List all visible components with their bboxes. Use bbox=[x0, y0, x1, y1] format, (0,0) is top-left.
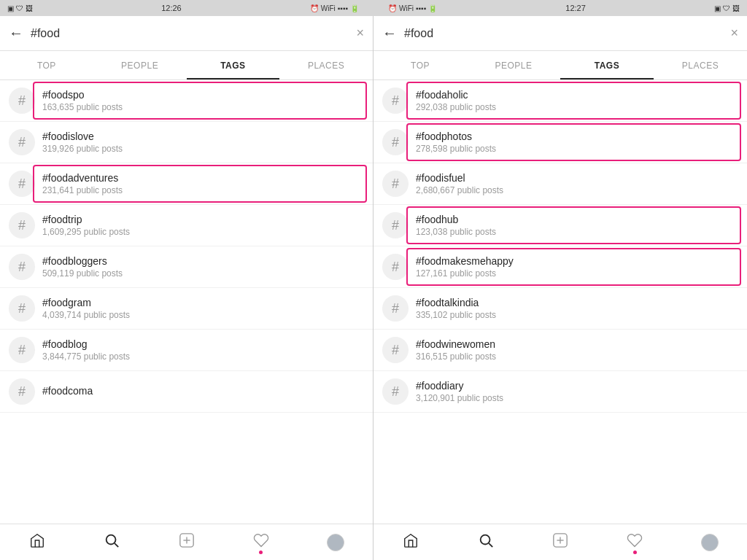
right-tag-count-foodtalkindia: 335,102 public posts bbox=[416, 310, 738, 320]
right-hash-icon-foodphotos: # bbox=[382, 129, 409, 155]
right-nav-profile[interactable] bbox=[673, 524, 747, 560]
left-search-icon bbox=[104, 532, 120, 553]
left-hash-icon-foodgram: # bbox=[9, 295, 35, 322]
left-phone: ← #food × TOP PEOPLE TAGS PLACES # bbox=[0, 16, 374, 560]
right-tag-count-foodhub: 123,038 public posts bbox=[416, 227, 738, 237]
right-hash-icon-fooddiary: # bbox=[382, 378, 409, 405]
left-time: 12:26 bbox=[161, 4, 182, 12]
right-search-bar: ← #food × bbox=[374, 16, 747, 51]
svg-point-5 bbox=[480, 534, 489, 544]
right-nav-home[interactable] bbox=[374, 524, 448, 560]
phones-container: ← #food × TOP PEOPLE TAGS PLACES # bbox=[0, 16, 747, 560]
left-tag-list: # #foodspo 163,635 public posts # #foodi… bbox=[0, 80, 373, 524]
right-tab-people[interactable]: PEOPLE bbox=[467, 51, 560, 79]
right-tag-name-foodaholic: #foodaholic bbox=[416, 89, 738, 101]
right-tab-places[interactable]: PLACES bbox=[654, 51, 747, 79]
left-tag-info-foodadventures: #foodadventures 231,641 public posts bbox=[42, 172, 364, 195]
right-nav-add[interactable] bbox=[523, 524, 597, 560]
right-tag-count-foodmakesmehappy: 127,161 public posts bbox=[416, 268, 738, 279]
right-tag-name-foodisfuel: #foodisfuel bbox=[416, 172, 738, 184]
left-bottom-nav bbox=[0, 524, 373, 560]
right-nav-search[interactable] bbox=[448, 524, 522, 560]
left-tag-item-foodblog[interactable]: # #foodblog 3,844,775 public posts bbox=[0, 330, 373, 371]
svg-line-1 bbox=[115, 543, 118, 547]
left-tab-tags[interactable]: TAGS bbox=[187, 51, 280, 79]
left-tag-count-foodtrip: 1,609,295 public posts bbox=[42, 227, 364, 237]
left-tag-name-foodcoma: #foodcoma bbox=[42, 385, 364, 397]
left-tag-name-foodblog: #foodblog bbox=[42, 338, 364, 350]
left-tabs: TOP PEOPLE TAGS PLACES bbox=[0, 51, 373, 80]
left-hash-icon-foodislove: # bbox=[9, 129, 35, 155]
left-tag-info-foodbloggers: #foodbloggers 509,119 public posts bbox=[42, 255, 364, 279]
left-nav-profile[interactable] bbox=[298, 524, 373, 560]
right-tag-info-foodisfuel: #foodisfuel 2,680,667 public posts bbox=[416, 172, 738, 195]
left-tab-top[interactable]: TOP bbox=[0, 51, 93, 79]
right-tag-item-fooddiary[interactable]: # #fooddiary 3,120,901 public posts bbox=[374, 371, 747, 413]
left-tag-item-foodgram[interactable]: # #foodgram 4,039,714 public posts bbox=[0, 288, 373, 330]
right-tab-top[interactable]: TOP bbox=[374, 51, 467, 79]
right-hash-icon-foodaholic: # bbox=[382, 88, 409, 114]
left-tag-info-foodspo: #foodspo 163,635 public posts bbox=[42, 89, 364, 112]
left-hash-icon-foodadventures: # bbox=[9, 171, 35, 197]
left-tag-item-foodadventures[interactable]: # #foodadventures 231,641 public posts bbox=[0, 163, 373, 205]
right-tag-count-foodphotos: 278,598 public posts bbox=[416, 144, 738, 154]
left-tag-item-foodspo[interactable]: # #foodspo 163,635 public posts bbox=[0, 80, 373, 122]
left-nav-add[interactable] bbox=[149, 524, 223, 560]
right-tag-item-foodisfuel[interactable]: # #foodisfuel 2,680,667 public posts bbox=[374, 163, 747, 205]
right-hash-icon-foodisfuel: # bbox=[382, 171, 409, 197]
left-nav-search[interactable] bbox=[74, 524, 149, 560]
left-back-arrow[interactable]: ← bbox=[9, 25, 23, 42]
right-tag-item-foodtalkindia[interactable]: # #foodtalkindia 335,102 public posts bbox=[374, 288, 747, 330]
right-tag-item-foodaholic[interactable]: # #foodaholic 292,038 public posts bbox=[374, 80, 747, 122]
right-tag-count-foodaholic: 292,038 public posts bbox=[416, 102, 738, 112]
right-tag-count-foodisfuel: 2,680,667 public posts bbox=[416, 185, 738, 195]
right-tag-list: # #foodaholic 292,038 public posts # #fo… bbox=[374, 80, 747, 524]
right-tag-count-foodwinewomen: 316,515 public posts bbox=[416, 351, 738, 362]
left-tag-info-foodislove: #foodislove 319,926 public posts bbox=[42, 131, 364, 154]
left-tab-people[interactable]: PEOPLE bbox=[93, 51, 187, 79]
right-search-query[interactable]: #food bbox=[404, 27, 723, 40]
left-hash-icon-foodcoma: # bbox=[9, 378, 35, 405]
left-nav-heart[interactable] bbox=[224, 524, 298, 560]
right-phone: ← #food × TOP PEOPLE TAGS PLACES # bbox=[374, 16, 747, 560]
right-tabs: TOP PEOPLE TAGS PLACES bbox=[374, 51, 747, 80]
left-tag-name-foodgram: #foodgram bbox=[42, 297, 364, 308]
right-home-icon bbox=[403, 532, 419, 553]
right-tag-info-foodtalkindia: #foodtalkindia 335,102 public posts bbox=[416, 297, 738, 320]
right-add-icon bbox=[552, 532, 568, 553]
left-tag-item-foodcoma[interactable]: # #foodcoma bbox=[0, 371, 373, 413]
left-tag-name-foodbloggers: #foodbloggers bbox=[42, 255, 364, 267]
right-tab-tags[interactable]: TAGS bbox=[560, 51, 654, 79]
left-signal-icons: ⏰ WiFi ▪▪▪▪ 🔋 bbox=[310, 4, 359, 12]
right-nav-heart[interactable] bbox=[597, 524, 672, 560]
right-tag-item-foodwinewomen[interactable]: # #foodwinewomen 316,515 public posts bbox=[374, 330, 747, 371]
right-tag-item-foodhub[interactable]: # #foodhub 123,038 public posts bbox=[374, 205, 747, 246]
left-tag-name-foodislove: #foodislove bbox=[42, 131, 364, 142]
right-tag-name-foodtalkindia: #foodtalkindia bbox=[416, 297, 738, 308]
right-hash-icon-foodtalkindia: # bbox=[382, 295, 409, 322]
right-system-icons: ⏰ WiFi ▪▪▪▪ 🔋 bbox=[388, 4, 437, 12]
right-back-arrow[interactable]: ← bbox=[382, 25, 397, 42]
left-heart-icon bbox=[253, 532, 269, 553]
right-close-button[interactable]: × bbox=[730, 26, 738, 41]
left-system-icons: ▣ 🛡 🖼 bbox=[7, 4, 33, 12]
right-tag-count-fooddiary: 3,120,901 public posts bbox=[416, 393, 738, 403]
right-bottom-nav bbox=[374, 524, 747, 560]
left-tag-count-foodislove: 319,926 public posts bbox=[42, 144, 364, 154]
left-tab-places[interactable]: PLACES bbox=[279, 51, 373, 79]
left-tag-count-foodspo: 163,635 public posts bbox=[42, 102, 364, 112]
left-tag-item-foodtrip[interactable]: # #foodtrip 1,609,295 public posts bbox=[0, 205, 373, 246]
right-tag-item-foodmakesmehappy[interactable]: # #foodmakesmehappy 127,161 public posts bbox=[374, 246, 747, 288]
left-search-query[interactable]: #food bbox=[31, 27, 349, 40]
right-tag-info-foodphotos: #foodphotos 278,598 public posts bbox=[416, 131, 738, 154]
svg-point-0 bbox=[107, 534, 116, 544]
left-tag-item-foodislove[interactable]: # #foodislove 319,926 public posts bbox=[0, 122, 373, 163]
right-tag-info-foodhub: #foodhub 123,038 public posts bbox=[416, 214, 738, 237]
left-tag-count-foodblog: 3,844,775 public posts bbox=[42, 351, 364, 362]
right-hash-icon-foodmakesmehappy: # bbox=[382, 254, 409, 280]
right-search-icon bbox=[478, 532, 494, 553]
left-nav-home[interactable] bbox=[0, 524, 74, 560]
right-tag-item-foodphotos[interactable]: # #foodphotos 278,598 public posts bbox=[374, 122, 747, 163]
left-close-button[interactable]: × bbox=[356, 26, 364, 41]
left-tag-item-foodbloggers[interactable]: # #foodbloggers 509,119 public posts bbox=[0, 246, 373, 288]
